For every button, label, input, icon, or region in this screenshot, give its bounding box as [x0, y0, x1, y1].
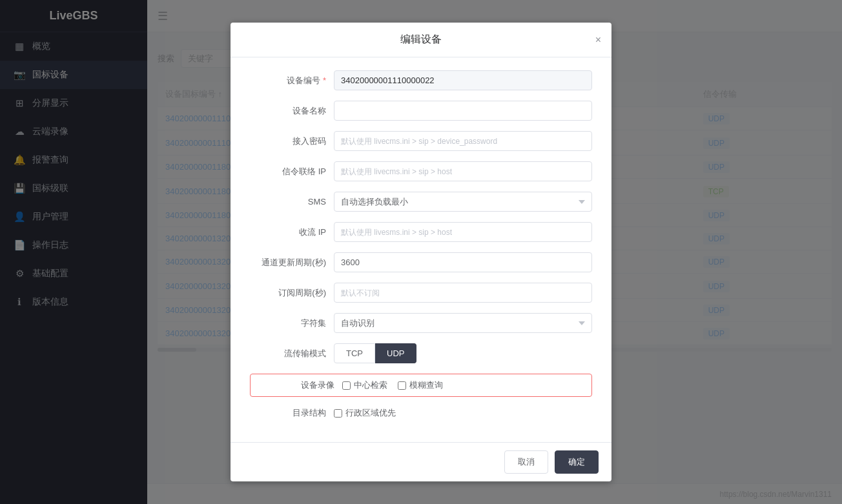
recv-ip-row: 收流 IP: [250, 222, 592, 242]
device-rec-checkboxes: 中心检索 模糊查询: [342, 379, 584, 391]
transport-udp-button[interactable]: UDP: [375, 343, 416, 363]
recv-ip-input[interactable]: [334, 222, 592, 242]
fuzzy-query-checkbox[interactable]: 模糊查询: [398, 379, 443, 391]
signal-ip-input[interactable]: [334, 161, 592, 181]
device-name-row: 设备名称: [250, 101, 592, 121]
transport-row: 流传输模式 TCP UDP: [250, 343, 592, 363]
device-recording-row: 设备录像 中心检索 模糊查询: [250, 374, 592, 397]
directory-row: 目录结构 行政区域优先: [250, 407, 592, 419]
admin-priority-label: 行政区域优先: [345, 407, 396, 419]
device-name-label: 设备名称: [250, 105, 334, 117]
channel-update-input[interactable]: [334, 252, 592, 272]
close-icon[interactable]: ×: [595, 34, 601, 46]
channel-update-row: 通道更新周期(秒): [250, 252, 592, 272]
signal-ip-label: 信令联络 IP: [250, 166, 334, 177]
subscribe-row: 订阅周期(秒): [250, 283, 592, 303]
fuzzy-query-label: 模糊查询: [409, 379, 443, 391]
cancel-button[interactable]: 取消: [504, 450, 548, 474]
subscribe-label: 订阅周期(秒): [250, 287, 334, 299]
modal-header: 编辑设备 ×: [231, 23, 611, 57]
center-search-checkbox[interactable]: 中心检索: [342, 379, 387, 391]
modal-body: 设备编号 设备名称 接入密码 信令联络 IP SMS: [231, 57, 611, 442]
dir-label: 目录结构: [250, 407, 334, 419]
sms-label: SMS: [250, 197, 334, 207]
device-rec-label: 设备录像: [258, 379, 342, 391]
confirm-button[interactable]: 确定: [555, 450, 599, 474]
fuzzy-query-input[interactable]: [398, 381, 406, 390]
modal-overlay: 编辑设备 × 设备编号 设备名称 接入密码 信令联络 IP: [0, 0, 842, 504]
signal-ip-row: 信令联络 IP: [250, 161, 592, 181]
access-password-input[interactable]: [334, 131, 592, 151]
modal-footer: 取消 确定: [231, 442, 611, 481]
access-password-row: 接入密码: [250, 131, 592, 151]
sms-row: SMS 自动选择负载最小: [250, 192, 592, 212]
channel-update-label: 通道更新周期(秒): [250, 257, 334, 268]
admin-priority-input[interactable]: [334, 409, 342, 418]
device-id-input[interactable]: [334, 70, 592, 90]
sms-select[interactable]: 自动选择负载最小: [334, 192, 592, 212]
admin-priority-checkbox[interactable]: 行政区域优先: [334, 407, 396, 419]
device-name-input[interactable]: [334, 101, 592, 121]
modal-title: 编辑设备: [400, 34, 442, 45]
subscribe-input[interactable]: [334, 283, 592, 303]
center-search-input[interactable]: [342, 381, 351, 390]
charset-label: 字符集: [250, 318, 334, 329]
device-id-label: 设备编号: [250, 75, 334, 86]
center-search-label: 中心检索: [354, 379, 387, 391]
edit-device-modal: 编辑设备 × 设备编号 设备名称 接入密码 信令联络 IP: [231, 23, 611, 481]
charset-select[interactable]: 自动识别 UTF-8 GB2312: [334, 313, 592, 333]
transport-label: 流传输模式: [250, 348, 334, 359]
charset-row: 字符集 自动识别 UTF-8 GB2312: [250, 313, 592, 333]
transport-tcp-button[interactable]: TCP: [334, 343, 375, 363]
recv-ip-label: 收流 IP: [250, 227, 334, 238]
transport-btn-group: TCP UDP: [334, 343, 416, 363]
device-id-row: 设备编号: [250, 70, 592, 90]
access-password-label: 接入密码: [250, 136, 334, 147]
